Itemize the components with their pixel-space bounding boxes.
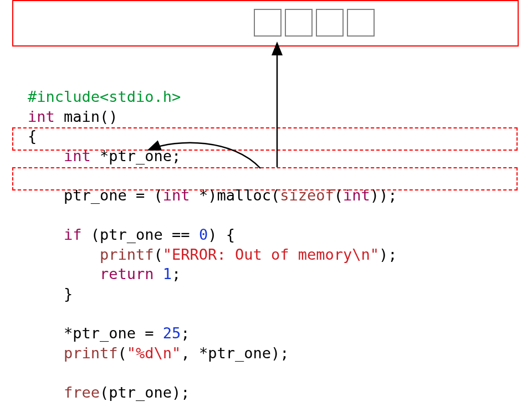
lit-0: 0 bbox=[199, 226, 208, 243]
stage: #include<stdio.h> int main() { int *ptr_… bbox=[0, 0, 532, 412]
kw-return-1: return bbox=[28, 265, 163, 282]
code-if-d: ) { bbox=[208, 226, 244, 243]
fn-free: free bbox=[28, 384, 100, 401]
code-r1-c: ; bbox=[172, 265, 190, 282]
fn-printf-2: printf bbox=[28, 344, 118, 362]
heap-cell-1 bbox=[285, 9, 313, 37]
lit-25: 25 bbox=[163, 325, 181, 342]
kw-int-4: int bbox=[343, 187, 370, 204]
code-assign-g: )); bbox=[370, 187, 406, 204]
kw-int-3: int bbox=[163, 187, 190, 204]
code-assign-a: ptr_one = ( bbox=[28, 187, 163, 204]
code-assign-c: *)malloc( bbox=[190, 187, 280, 204]
heap-box bbox=[12, 0, 519, 47]
code-closebrace-1: } bbox=[28, 285, 82, 302]
lit-1: 1 bbox=[163, 265, 172, 282]
heap-cell-3 bbox=[347, 9, 375, 37]
fn-printf-1: printf bbox=[28, 246, 154, 263]
code-deref-c: ; bbox=[181, 325, 199, 342]
code-include: #include<stdio.h> bbox=[28, 88, 181, 105]
code-p2-d: , *ptr_one); bbox=[181, 344, 298, 362]
heap-cell-0 bbox=[254, 9, 282, 37]
str-error: "ERROR: Out of memory\n" bbox=[163, 246, 379, 263]
code-p1-d: ); bbox=[379, 246, 406, 263]
kw-int-1: int bbox=[28, 108, 55, 125]
code-main: main() bbox=[55, 108, 127, 125]
code-if-b: (ptr_one == bbox=[82, 226, 199, 243]
str-fmt: "%d\n" bbox=[127, 344, 181, 362]
code-p1-b: ( bbox=[154, 246, 163, 263]
code-deref-a: *ptr_one = bbox=[28, 325, 163, 342]
code-brace-open: { bbox=[28, 127, 46, 145]
code-block: #include<stdio.h> int main() { int *ptr_… bbox=[28, 87, 406, 412]
code-decl: *ptr_one; bbox=[91, 147, 190, 164]
code-free-b: (ptr_one); bbox=[100, 384, 199, 401]
heap-cell-2 bbox=[316, 9, 344, 37]
code-assign-e: ( bbox=[334, 187, 343, 204]
kw-int-2: int bbox=[28, 147, 91, 164]
kw-if: if bbox=[28, 226, 82, 243]
kw-sizeof: sizeof bbox=[280, 187, 334, 204]
code-p2-b: ( bbox=[118, 344, 127, 362]
